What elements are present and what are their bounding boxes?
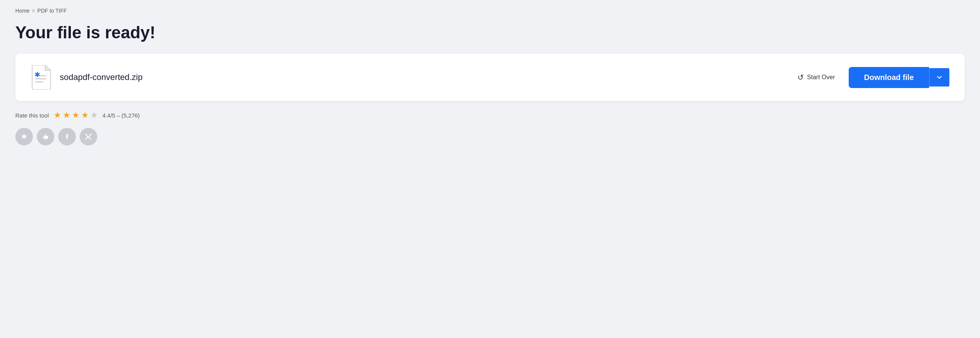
file-name: sodapdf-converted.zip	[60, 72, 142, 82]
download-button-group: Download file	[849, 67, 949, 88]
file-card: ✱ sodapdf-converted.zip ↺ Start Over Dow…	[15, 54, 965, 101]
facebook-button[interactable]	[58, 128, 76, 145]
x-icon	[85, 133, 92, 140]
star-1[interactable]: ★	[54, 110, 61, 120]
breadcrumb-current: PDF to TIFF	[38, 8, 67, 14]
file-info: ✱ sodapdf-converted.zip	[31, 65, 142, 90]
rating-section: Rate this tool ★ ★ ★ ★ ★ 4.4/5 – (5,276)	[15, 110, 965, 120]
thumbsup-icon	[42, 133, 49, 140]
thumbsup-button[interactable]	[37, 128, 54, 145]
star-3[interactable]: ★	[72, 110, 80, 120]
breadcrumb-home[interactable]: Home	[15, 8, 29, 14]
twitter-x-button[interactable]	[80, 128, 97, 145]
star-5[interactable]: ★	[90, 110, 98, 120]
star-4[interactable]: ★	[81, 110, 89, 120]
breadcrumb: Home > PDF to TIFF	[15, 8, 965, 14]
download-button[interactable]: Download file	[849, 67, 929, 88]
social-buttons	[15, 128, 965, 145]
svg-text:✱: ✱	[34, 71, 40, 78]
facebook-icon	[63, 133, 71, 140]
page-title: Your file is ready!	[15, 23, 965, 42]
rating-score: 4.4/5 – (5,276)	[103, 112, 140, 119]
rating-label: Rate this tool	[15, 112, 49, 119]
download-chevron-button[interactable]	[929, 68, 949, 87]
breadcrumb-separator: >	[32, 8, 35, 14]
star-icon	[20, 133, 28, 140]
bookmark-button[interactable]	[15, 128, 33, 145]
file-actions: ↺ Start Over Download file	[791, 67, 949, 88]
stars-container[interactable]: ★ ★ ★ ★ ★	[54, 110, 98, 120]
file-icon: ✱	[31, 65, 52, 90]
refresh-icon: ↺	[797, 73, 804, 82]
chevron-down-icon	[936, 74, 942, 80]
start-over-button[interactable]: ↺ Start Over	[791, 69, 841, 86]
svg-rect-4	[43, 136, 44, 139]
start-over-label: Start Over	[807, 74, 835, 81]
star-2[interactable]: ★	[63, 110, 70, 120]
